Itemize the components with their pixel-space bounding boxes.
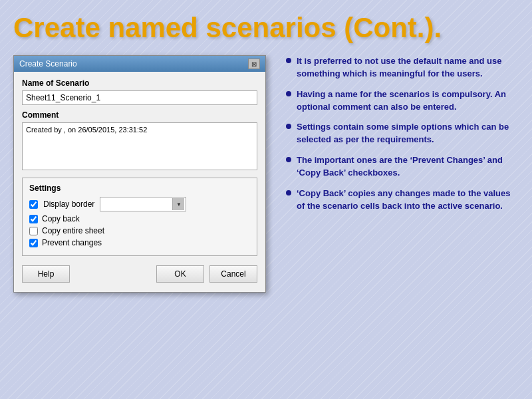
settings-section: Settings Display border ▼ Copy back <box>22 178 257 256</box>
bullet-item-4: The important ones are the ‘Prevent Chan… <box>286 154 519 180</box>
dialog-titlebar: Create Scenario ⊠ <box>14 56 265 72</box>
dialog-close-button[interactable]: ⊠ <box>248 59 260 69</box>
bullet-dot-5 <box>286 190 291 196</box>
prevent-changes-checkbox[interactable] <box>29 239 38 247</box>
bullet-dot-2 <box>286 91 291 96</box>
dropdown-arrow-icon: ▼ <box>172 198 184 210</box>
close-icon: ⊠ <box>251 61 257 68</box>
comment-label: Comment <box>22 110 257 120</box>
bullet-dot-4 <box>286 157 291 162</box>
bullet-dot-1 <box>286 58 291 63</box>
dialog-wrapper: Create Scenario ⊠ Name of Scenario Comme… <box>13 52 273 384</box>
dialog-title: Create Scenario <box>19 59 77 68</box>
copy-entire-sheet-row: Copy entire sheet <box>29 226 250 235</box>
content-area: Create Scenario ⊠ Name of Scenario Comme… <box>0 52 532 391</box>
copy-back-row: Copy back <box>29 214 250 223</box>
display-border-checkbox[interactable] <box>29 200 38 209</box>
prevent-changes-row: Prevent changes <box>29 238 250 247</box>
bullet-text-2: Having a name for the scenarios is compu… <box>297 88 519 114</box>
bullets-panel: It is preferred to not use the default n… <box>286 52 519 384</box>
bullet-text-4: The important ones are the ‘Prevent Chan… <box>297 154 519 180</box>
bullet-item-5: ‘Copy Back’ copies any changes made to t… <box>286 188 519 213</box>
display-border-label: Display border <box>43 200 94 209</box>
border-style-dropdown[interactable]: ▼ <box>100 197 186 211</box>
copy-back-checkbox[interactable] <box>29 215 38 223</box>
ok-button[interactable]: OK <box>156 265 204 283</box>
copy-entire-sheet-checkbox[interactable] <box>29 227 38 235</box>
bullet-item-3: Settings contain some simple options whi… <box>286 121 519 146</box>
cancel-button[interactable]: Cancel <box>209 265 257 283</box>
settings-label: Settings <box>29 184 250 193</box>
bullet-item-1: It is preferred to not use the default n… <box>286 55 519 80</box>
dialog-body: Name of Scenario Comment Created by , on… <box>14 72 265 292</box>
copy-back-label: Copy back <box>42 214 80 223</box>
bullet-item-2: Having a name for the scenarios is compu… <box>286 88 519 114</box>
bullet-dot-3 <box>286 124 291 129</box>
name-label: Name of Scenario <box>22 78 257 88</box>
display-border-row: Display border ▼ <box>29 197 250 211</box>
bullet-text-5: ‘Copy Back’ copies any changes made to t… <box>297 188 519 213</box>
bullet-text-1: It is preferred to not use the default n… <box>297 55 519 80</box>
bullet-text-3: Settings contain some simple options whi… <box>297 121 519 146</box>
help-button[interactable]: Help <box>22 265 70 283</box>
copy-entire-sheet-label: Copy entire sheet <box>42 226 104 235</box>
page-title: Create named scenarios (Cont.). <box>0 0 532 52</box>
dialog-buttons: Help OK Cancel <box>22 263 257 284</box>
prevent-changes-label: Prevent changes <box>42 238 102 247</box>
create-scenario-dialog: Create Scenario ⊠ Name of Scenario Comme… <box>13 55 266 293</box>
comment-textarea[interactable]: Created by , on 26/05/2015, 23:31:52 <box>22 122 257 170</box>
scenario-name-input[interactable] <box>22 90 257 105</box>
